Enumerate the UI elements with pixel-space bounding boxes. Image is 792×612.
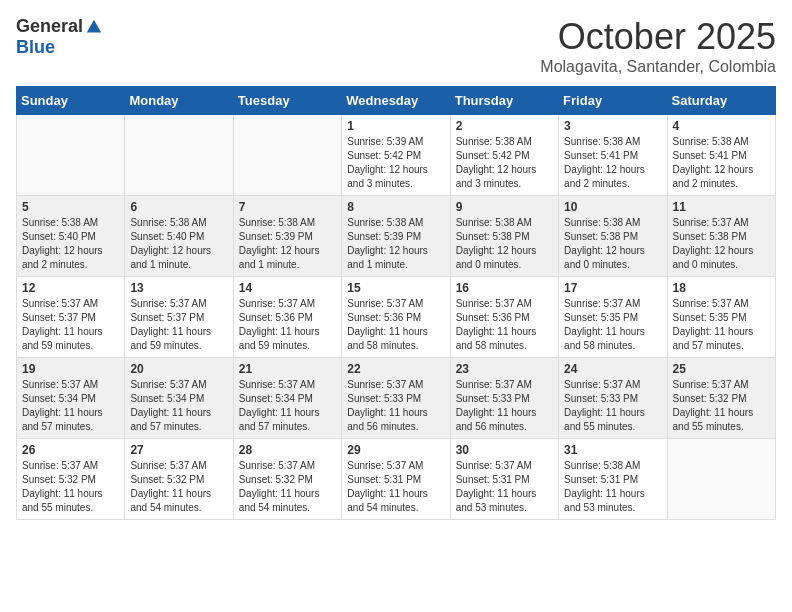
calendar-day-cell: 6Sunrise: 5:38 AMSunset: 5:40 PMDaylight… — [125, 196, 233, 277]
calendar-day-cell: 9Sunrise: 5:38 AMSunset: 5:38 PMDaylight… — [450, 196, 558, 277]
calendar-day-cell: 29Sunrise: 5:37 AMSunset: 5:31 PMDayligh… — [342, 439, 450, 520]
day-number: 11 — [673, 200, 770, 214]
calendar-week-row: 12Sunrise: 5:37 AMSunset: 5:37 PMDayligh… — [17, 277, 776, 358]
calendar-day-cell: 1Sunrise: 5:39 AMSunset: 5:42 PMDaylight… — [342, 115, 450, 196]
calendar-weekday-header: Saturday — [667, 87, 775, 115]
logo-general-text: General — [16, 16, 83, 37]
day-number: 8 — [347, 200, 444, 214]
day-number: 16 — [456, 281, 553, 295]
calendar-day-cell: 30Sunrise: 5:37 AMSunset: 5:31 PMDayligh… — [450, 439, 558, 520]
day-info: Sunrise: 5:38 AMSunset: 5:39 PMDaylight:… — [347, 216, 444, 272]
calendar-day-cell: 22Sunrise: 5:37 AMSunset: 5:33 PMDayligh… — [342, 358, 450, 439]
calendar-day-cell: 8Sunrise: 5:38 AMSunset: 5:39 PMDaylight… — [342, 196, 450, 277]
calendar-table: SundayMondayTuesdayWednesdayThursdayFrid… — [16, 86, 776, 520]
page-header: General Blue October 2025 Molagavita, Sa… — [16, 16, 776, 76]
logo-blue-text: Blue — [16, 37, 55, 58]
calendar-weekday-header: Thursday — [450, 87, 558, 115]
day-info: Sunrise: 5:38 AMSunset: 5:41 PMDaylight:… — [564, 135, 661, 191]
day-info: Sunrise: 5:38 AMSunset: 5:40 PMDaylight:… — [22, 216, 119, 272]
calendar-weekday-header: Sunday — [17, 87, 125, 115]
day-number: 9 — [456, 200, 553, 214]
calendar-day-cell: 2Sunrise: 5:38 AMSunset: 5:42 PMDaylight… — [450, 115, 558, 196]
calendar-day-cell: 12Sunrise: 5:37 AMSunset: 5:37 PMDayligh… — [17, 277, 125, 358]
calendar-day-cell: 18Sunrise: 5:37 AMSunset: 5:35 PMDayligh… — [667, 277, 775, 358]
calendar-day-cell: 15Sunrise: 5:37 AMSunset: 5:36 PMDayligh… — [342, 277, 450, 358]
day-number: 15 — [347, 281, 444, 295]
day-info: Sunrise: 5:37 AMSunset: 5:32 PMDaylight:… — [673, 378, 770, 434]
day-number: 3 — [564, 119, 661, 133]
day-number: 1 — [347, 119, 444, 133]
day-info: Sunrise: 5:38 AMSunset: 5:39 PMDaylight:… — [239, 216, 336, 272]
calendar-day-cell: 25Sunrise: 5:37 AMSunset: 5:32 PMDayligh… — [667, 358, 775, 439]
day-info: Sunrise: 5:37 AMSunset: 5:33 PMDaylight:… — [456, 378, 553, 434]
calendar-week-row: 5Sunrise: 5:38 AMSunset: 5:40 PMDaylight… — [17, 196, 776, 277]
calendar-day-cell: 14Sunrise: 5:37 AMSunset: 5:36 PMDayligh… — [233, 277, 341, 358]
calendar-day-cell: 26Sunrise: 5:37 AMSunset: 5:32 PMDayligh… — [17, 439, 125, 520]
calendar-day-cell: 3Sunrise: 5:38 AMSunset: 5:41 PMDaylight… — [559, 115, 667, 196]
day-info: Sunrise: 5:37 AMSunset: 5:33 PMDaylight:… — [347, 378, 444, 434]
day-number: 29 — [347, 443, 444, 457]
calendar-day-cell: 10Sunrise: 5:38 AMSunset: 5:38 PMDayligh… — [559, 196, 667, 277]
day-info: Sunrise: 5:38 AMSunset: 5:38 PMDaylight:… — [456, 216, 553, 272]
calendar-day-cell: 4Sunrise: 5:38 AMSunset: 5:41 PMDaylight… — [667, 115, 775, 196]
title-area: October 2025 Molagavita, Santander, Colo… — [540, 16, 776, 76]
day-number: 13 — [130, 281, 227, 295]
calendar-weekday-header: Monday — [125, 87, 233, 115]
day-number: 12 — [22, 281, 119, 295]
day-info: Sunrise: 5:37 AMSunset: 5:32 PMDaylight:… — [22, 459, 119, 515]
day-info: Sunrise: 5:37 AMSunset: 5:33 PMDaylight:… — [564, 378, 661, 434]
calendar-day-cell: 17Sunrise: 5:37 AMSunset: 5:35 PMDayligh… — [559, 277, 667, 358]
day-number: 18 — [673, 281, 770, 295]
day-info: Sunrise: 5:37 AMSunset: 5:37 PMDaylight:… — [130, 297, 227, 353]
calendar-day-cell: 28Sunrise: 5:37 AMSunset: 5:32 PMDayligh… — [233, 439, 341, 520]
day-info: Sunrise: 5:37 AMSunset: 5:34 PMDaylight:… — [130, 378, 227, 434]
day-info: Sunrise: 5:38 AMSunset: 5:38 PMDaylight:… — [564, 216, 661, 272]
calendar-day-cell: 21Sunrise: 5:37 AMSunset: 5:34 PMDayligh… — [233, 358, 341, 439]
day-info: Sunrise: 5:37 AMSunset: 5:34 PMDaylight:… — [22, 378, 119, 434]
calendar-day-cell — [125, 115, 233, 196]
calendar-day-cell: 24Sunrise: 5:37 AMSunset: 5:33 PMDayligh… — [559, 358, 667, 439]
day-info: Sunrise: 5:37 AMSunset: 5:35 PMDaylight:… — [673, 297, 770, 353]
day-info: Sunrise: 5:39 AMSunset: 5:42 PMDaylight:… — [347, 135, 444, 191]
day-number: 14 — [239, 281, 336, 295]
day-number: 25 — [673, 362, 770, 376]
logo-icon — [85, 18, 103, 36]
calendar-week-row: 1Sunrise: 5:39 AMSunset: 5:42 PMDaylight… — [17, 115, 776, 196]
day-info: Sunrise: 5:38 AMSunset: 5:41 PMDaylight:… — [673, 135, 770, 191]
calendar-day-cell — [667, 439, 775, 520]
calendar-week-row: 26Sunrise: 5:37 AMSunset: 5:32 PMDayligh… — [17, 439, 776, 520]
day-number: 4 — [673, 119, 770, 133]
day-number: 28 — [239, 443, 336, 457]
day-info: Sunrise: 5:37 AMSunset: 5:37 PMDaylight:… — [22, 297, 119, 353]
calendar-day-cell: 11Sunrise: 5:37 AMSunset: 5:38 PMDayligh… — [667, 196, 775, 277]
day-number: 22 — [347, 362, 444, 376]
day-number: 7 — [239, 200, 336, 214]
day-info: Sunrise: 5:37 AMSunset: 5:38 PMDaylight:… — [673, 216, 770, 272]
month-title: October 2025 — [540, 16, 776, 58]
day-info: Sunrise: 5:37 AMSunset: 5:36 PMDaylight:… — [347, 297, 444, 353]
calendar-day-cell: 23Sunrise: 5:37 AMSunset: 5:33 PMDayligh… — [450, 358, 558, 439]
calendar-day-cell — [233, 115, 341, 196]
day-info: Sunrise: 5:37 AMSunset: 5:32 PMDaylight:… — [239, 459, 336, 515]
calendar-header-row: SundayMondayTuesdayWednesdayThursdayFrid… — [17, 87, 776, 115]
calendar-week-row: 19Sunrise: 5:37 AMSunset: 5:34 PMDayligh… — [17, 358, 776, 439]
day-info: Sunrise: 5:38 AMSunset: 5:42 PMDaylight:… — [456, 135, 553, 191]
day-info: Sunrise: 5:37 AMSunset: 5:34 PMDaylight:… — [239, 378, 336, 434]
calendar-day-cell: 7Sunrise: 5:38 AMSunset: 5:39 PMDaylight… — [233, 196, 341, 277]
day-number: 6 — [130, 200, 227, 214]
calendar-day-cell: 16Sunrise: 5:37 AMSunset: 5:36 PMDayligh… — [450, 277, 558, 358]
day-info: Sunrise: 5:37 AMSunset: 5:36 PMDaylight:… — [456, 297, 553, 353]
day-info: Sunrise: 5:37 AMSunset: 5:32 PMDaylight:… — [130, 459, 227, 515]
day-info: Sunrise: 5:37 AMSunset: 5:35 PMDaylight:… — [564, 297, 661, 353]
calendar-weekday-header: Wednesday — [342, 87, 450, 115]
day-number: 23 — [456, 362, 553, 376]
day-number: 30 — [456, 443, 553, 457]
day-info: Sunrise: 5:37 AMSunset: 5:36 PMDaylight:… — [239, 297, 336, 353]
calendar-day-cell: 19Sunrise: 5:37 AMSunset: 5:34 PMDayligh… — [17, 358, 125, 439]
calendar-day-cell: 20Sunrise: 5:37 AMSunset: 5:34 PMDayligh… — [125, 358, 233, 439]
day-number: 20 — [130, 362, 227, 376]
day-number: 26 — [22, 443, 119, 457]
calendar-day-cell: 31Sunrise: 5:38 AMSunset: 5:31 PMDayligh… — [559, 439, 667, 520]
day-number: 27 — [130, 443, 227, 457]
calendar-day-cell — [17, 115, 125, 196]
